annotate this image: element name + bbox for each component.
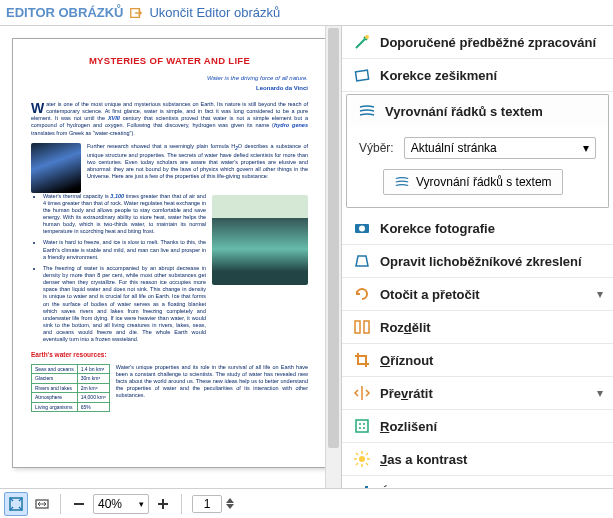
chevron-down-icon: ▾: [597, 386, 603, 400]
svg-point-9: [363, 423, 365, 425]
camera-icon: [352, 218, 372, 238]
doc-title: MYSTERIES OF WATER AND LIFE: [31, 55, 308, 67]
doc-para2: Further research showed that a seemingly…: [87, 143, 308, 187]
svg-rect-2: [356, 70, 369, 81]
svg-point-1: [365, 35, 369, 39]
svg-rect-7: [356, 420, 368, 432]
tool-deskew[interactable]: Korekce zešikmení: [342, 59, 613, 92]
tool-brightness[interactable]: Jas a kontrast: [342, 443, 613, 476]
tool-flip[interactable]: Převrátit ▾: [342, 377, 613, 410]
svg-line-17: [356, 453, 358, 455]
molecule-image: [31, 143, 81, 193]
tool-straighten-lines[interactable]: Vyrovnání řádků s textem: [346, 94, 609, 127]
page-select-dropdown[interactable]: Aktuální stránka ▾: [404, 137, 596, 159]
tool-trapezoid[interactable]: Opravit lichoběžníkové zkreslení: [342, 245, 613, 278]
resolution-icon: [352, 416, 372, 436]
page-down-button[interactable]: [226, 504, 234, 509]
lines-icon: [394, 174, 410, 190]
exit-icon: [129, 6, 143, 20]
chevron-down-icon: ▾: [597, 287, 603, 301]
split-icon: [352, 317, 372, 337]
svg-line-18: [366, 463, 368, 465]
brightness-icon: [352, 449, 372, 469]
resources-table: Seas and oceans1.4 bn km³Glaciers30m km³…: [31, 364, 110, 413]
svg-point-10: [359, 427, 361, 429]
doc-para3: Water's unique properties and its role i…: [116, 364, 308, 407]
svg-line-20: [366, 453, 368, 455]
chevron-down-icon: ▾: [139, 499, 144, 509]
svg-rect-23: [365, 486, 368, 488]
svg-line-19: [356, 463, 358, 465]
flip-icon: [352, 383, 372, 403]
crop-icon: [352, 350, 372, 370]
tool-resolution[interactable]: Rozlišení: [342, 410, 613, 443]
waterfall-image: [212, 195, 308, 285]
bullet-item: The freezing of water is accompanied by …: [43, 265, 206, 344]
app-title: EDITOR OBRÁZKŮ: [6, 5, 123, 20]
fit-page-button[interactable]: [4, 492, 28, 516]
doc-author: Leonardo da Vinci: [31, 85, 308, 93]
svg-point-12: [359, 456, 365, 462]
bullet-item: Water is hard to freeze, and ice is slow…: [43, 239, 206, 260]
zoom-out-button[interactable]: [67, 492, 91, 516]
doc-section-title: Earth's water resources:: [31, 351, 308, 359]
svg-rect-5: [355, 321, 360, 333]
svg-point-4: [359, 226, 365, 232]
doc-subtitle: Water is the driving force of all nature…: [31, 75, 308, 83]
quit-editor-link[interactable]: Ukončit Editor obrázků: [149, 5, 280, 20]
bullet-item: Water's thermal capacity is 3,100 times …: [43, 193, 206, 236]
chevron-down-icon: ▾: [583, 141, 589, 155]
fit-width-button[interactable]: [30, 492, 54, 516]
tool-rotate[interactable]: Otočit a přetočit ▾: [342, 278, 613, 311]
trapezoid-icon: [352, 251, 372, 271]
deskew-icon: [352, 65, 372, 85]
select-label: Výběr:: [359, 141, 394, 155]
svg-point-8: [359, 423, 361, 425]
tools-panel: Doporučené předběžné zpracování Korekce …: [342, 26, 613, 488]
lines-icon: [357, 101, 377, 121]
rotate-icon: [352, 284, 372, 304]
page-up-button[interactable]: [226, 498, 234, 503]
doc-para1: Water is one of the most unique and myst…: [31, 101, 308, 137]
vertical-scrollbar[interactable]: [325, 26, 341, 488]
straighten-lines-options: Výběr: Aktuální stránka ▾ Vyrovnání řádk…: [346, 127, 609, 208]
scroll-thumb[interactable]: [328, 28, 339, 448]
wand-icon: [352, 32, 372, 52]
page-number-input[interactable]: 1: [192, 495, 222, 513]
zoom-level-select[interactable]: 40% ▾: [93, 494, 149, 514]
bottom-toolbar: 40% ▾ 1: [0, 488, 613, 518]
svg-point-11: [363, 427, 365, 429]
document-viewport: MYSTERIES OF WATER AND LIFE Water is the…: [0, 26, 342, 488]
document-page: MYSTERIES OF WATER AND LIFE Water is the…: [12, 38, 327, 468]
zoom-in-button[interactable]: [151, 492, 175, 516]
tool-preprocess[interactable]: Doporučené předběžné zpracování: [342, 26, 613, 59]
tool-split[interactable]: Rozdělit: [342, 311, 613, 344]
levels-icon: [352, 482, 372, 488]
tool-photo-correction[interactable]: Korekce fotografie: [342, 212, 613, 245]
tool-levels[interactable]: Úrovně: [342, 476, 613, 488]
tool-crop[interactable]: Oříznout: [342, 344, 613, 377]
straighten-lines-button[interactable]: Vyrovnání řádků s textem: [383, 169, 563, 195]
svg-rect-6: [364, 321, 369, 333]
